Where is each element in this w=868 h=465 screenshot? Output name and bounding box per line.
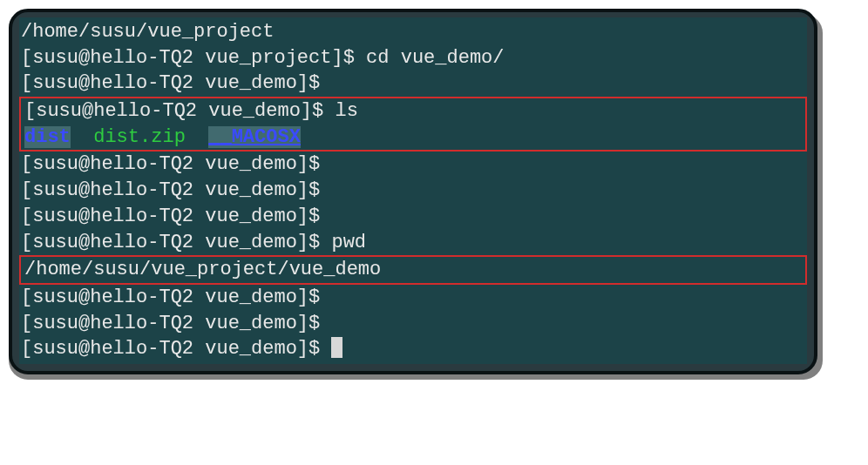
prompt: [susu@hello-TQ2 vue_demo]$ <box>21 179 331 201</box>
highlighted-block-pwd: /home/susu/vue_project/vue_demo <box>19 255 807 285</box>
prompt: [susu@hello-TQ2 vue_demo]$ <box>24 100 335 122</box>
prompt-line: [susu@hello-TQ2 vue_demo]$ <box>19 336 807 362</box>
path-text: /home/susu/vue_project <box>21 21 274 43</box>
prompt-line: [susu@hello-TQ2 vue_demo]$ <box>19 204 807 230</box>
terminal-window: /home/susu/vue_project [susu@hello-TQ2 v… <box>9 9 817 374</box>
command-text: cd vue_demo/ <box>366 47 504 69</box>
prompt-line: [susu@hello-TQ2 vue_demo]$ <box>19 152 807 178</box>
ls-output-line: dist dist.zip __MACOSX <box>23 125 804 151</box>
prompt: [susu@hello-TQ2 vue_project]$ <box>21 47 366 69</box>
prompt-line: [susu@hello-TQ2 vue_demo]$ ls <box>23 98 804 125</box>
highlighted-block-ls: [susu@hello-TQ2 vue_demo]$ ls dist dist.… <box>19 97 807 152</box>
prompt-line: [susu@hello-TQ2 vue_demo]$ <box>19 178 807 204</box>
file-entry: dist.zip <box>93 126 186 148</box>
command-text: ls <box>335 100 357 122</box>
output-line: /home/susu/vue_project <box>19 19 807 45</box>
output-line: /home/susu/vue_project/vue_demo <box>23 257 804 283</box>
prompt: [susu@hello-TQ2 vue_demo]$ <box>21 72 331 94</box>
prompt-line: [susu@hello-TQ2 vue_project]$ cd vue_dem… <box>19 45 807 71</box>
dir-entry: dist <box>24 126 71 148</box>
prompt-line: [susu@hello-TQ2 vue_demo]$ <box>19 285 807 311</box>
terminal-content[interactable]: /home/susu/vue_project [susu@hello-TQ2 v… <box>19 17 807 364</box>
prompt: [susu@hello-TQ2 vue_demo]$ <box>21 232 331 253</box>
dir-entry: __MACOSX <box>208 126 301 148</box>
cursor-icon <box>331 337 342 358</box>
prompt: [susu@hello-TQ2 vue_demo]$ <box>21 338 331 360</box>
prompt: [susu@hello-TQ2 vue_demo]$ <box>21 153 331 175</box>
prompt-line: [susu@hello-TQ2 vue_demo]$ <box>19 71 807 97</box>
prompt: [susu@hello-TQ2 vue_demo]$ <box>21 286 331 308</box>
prompt: [susu@hello-TQ2 vue_demo]$ <box>21 206 331 227</box>
prompt: [susu@hello-TQ2 vue_demo]$ <box>21 313 331 334</box>
path-text: /home/susu/vue_project/vue_demo <box>24 259 381 280</box>
prompt-line: [susu@hello-TQ2 vue_demo]$ <box>19 311 807 337</box>
prompt-line: [susu@hello-TQ2 vue_demo]$ pwd <box>19 230 807 256</box>
command-text: pwd <box>331 232 366 253</box>
